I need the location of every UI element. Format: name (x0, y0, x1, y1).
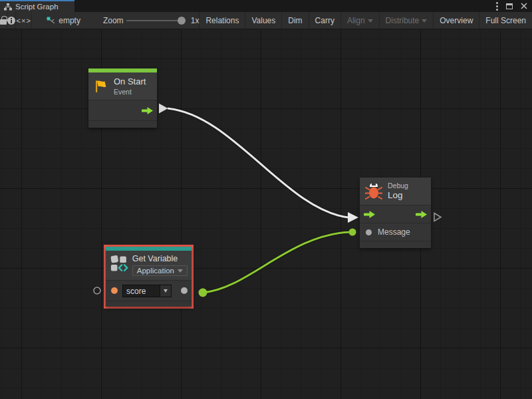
lock-icon (0, 19, 7, 25)
carry-button[interactable]: Carry (309, 12, 341, 29)
variable-scope-value: Application (137, 267, 174, 275)
chevron-down-icon (178, 269, 183, 273)
bug-icon (365, 182, 382, 200)
debug-log-category: Debug (388, 182, 408, 190)
node-on-start[interactable]: On Start Event (88, 68, 157, 128)
close-icon[interactable] (521, 3, 527, 9)
mini-graph-icon (47, 17, 55, 25)
trigger-out-port-icon[interactable] (142, 107, 153, 114)
info-icon (7, 17, 15, 25)
variable-scope-dropdown[interactable]: Application (132, 265, 188, 276)
variable-name-dropdown-button[interactable] (160, 285, 171, 297)
node-get-variable[interactable]: Get Variable Application score (106, 247, 192, 307)
info-button[interactable] (7, 12, 16, 29)
debug-log-footer (360, 241, 431, 248)
full-screen-button[interactable]: Full Screen (479, 12, 532, 29)
zoom-label: Zoom (103, 16, 124, 25)
graph-hierarchy-icon (4, 3, 12, 11)
on-start-footer (88, 120, 157, 128)
node-debug-log[interactable]: Debug Log Message (360, 178, 431, 248)
align-dropdown-button: Align (341, 12, 380, 29)
graph-info-segment: empty Zoom 1x (32, 12, 200, 29)
values-button[interactable]: Values (245, 12, 282, 29)
variable-name-field[interactable]: score (122, 285, 172, 297)
debug-log-title: Log (388, 190, 408, 200)
chevron-down-icon (422, 19, 427, 23)
message-port-label: Message (378, 227, 410, 237)
graph-canvas[interactable] (0, 30, 532, 399)
debug-log-message-row: Message (360, 223, 431, 241)
relations-button[interactable]: Relations (200, 12, 245, 29)
maximize-icon[interactable] (506, 3, 513, 9)
graph-name-label: empty (59, 16, 80, 25)
code-preview-button[interactable]: <×> (16, 12, 32, 29)
script-graph-window: On Start Event Debug (0, 0, 532, 399)
on-start-title: On Start (114, 76, 146, 86)
get-variable-title: Get Variable (132, 254, 188, 263)
tab-label: Script Graph (15, 3, 59, 11)
get-variable-port-row: score (106, 280, 192, 301)
debug-log-trigger-row (360, 205, 431, 223)
kebab-menu-icon[interactable] (496, 2, 498, 11)
trigger-out-port-icon[interactable] (416, 211, 427, 218)
chevron-down-icon (368, 19, 373, 23)
message-in-port[interactable] (366, 229, 372, 235)
window-titlebar: Script Graph (0, 0, 532, 12)
zoom-value: 1x (191, 16, 200, 25)
variable-value-out-port[interactable] (181, 287, 188, 294)
code-icon: <×> (17, 17, 31, 25)
zoom-slider[interactable] (126, 20, 184, 21)
lock-button[interactable] (0, 12, 7, 29)
graph-toolbar: <×> empty Zoom 1x Relations Values Dim C… (0, 12, 532, 29)
distribute-dropdown-button: Distribute (380, 12, 434, 29)
overview-button[interactable]: Overview (434, 12, 479, 29)
chevron-down-icon (164, 289, 168, 293)
get-variable-footer (106, 301, 192, 307)
selection-outline: Get Variable Application score (104, 245, 194, 309)
variable-icon (110, 254, 128, 273)
variable-name-in-port[interactable] (111, 287, 118, 294)
dim-button[interactable]: Dim (282, 12, 309, 29)
on-start-port-row (88, 100, 157, 120)
variable-name-value: score (123, 285, 160, 297)
zoom-slider-knob[interactable] (178, 17, 186, 25)
tab-script-graph[interactable]: Script Graph (0, 0, 74, 12)
on-start-subtitle: Event (114, 88, 146, 96)
trigger-in-port-icon[interactable] (364, 211, 375, 218)
flag-icon (94, 79, 108, 94)
